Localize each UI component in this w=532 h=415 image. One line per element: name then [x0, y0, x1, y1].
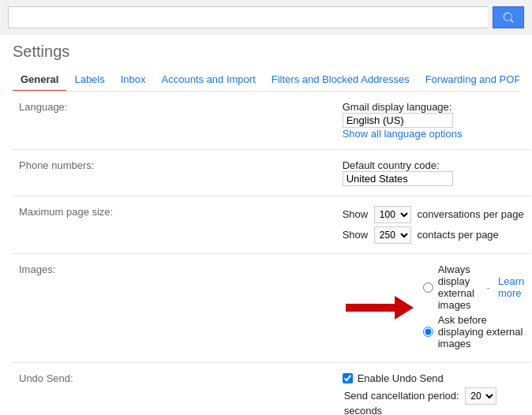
always-display-radio[interactable] — [423, 282, 433, 293]
always-display-option: Always display external images - Learn m… — [423, 264, 525, 311]
tab-accounts-import[interactable]: Accounts and Import — [154, 69, 264, 92]
images-label: Images: — [13, 254, 336, 363]
contacts-per-page-select[interactable]: 250 100 — [374, 226, 411, 244]
show-conv-label: Show — [343, 208, 369, 220]
tab-inbox[interactable]: Inbox — [113, 69, 154, 92]
tab-forwarding[interactable]: Forwarding and POP/I — [418, 69, 519, 92]
settings-tabs: General Labels Inbox Accounts and Import… — [13, 69, 519, 92]
conv-per-page-select[interactable]: 100 25 50 — [374, 206, 411, 223]
show-all-languages-link[interactable]: Show all language options — [343, 128, 463, 140]
undo-send-value: Enable Undo Send Send cancellation perio… — [336, 363, 531, 416]
gmail-display-label: Gmail display language: — [343, 101, 452, 113]
ask-before-display-radio[interactable] — [423, 327, 433, 337]
enable-undo-checkbox[interactable] — [343, 373, 353, 383]
settings-page: Settings General Labels Inbox Accounts a… — [0, 35, 532, 415]
show-contacts-label: Show — [343, 229, 369, 241]
always-display-label: Always display external images — [438, 264, 479, 311]
default-country-label: Default country code: — [343, 159, 440, 171]
cancellation-period: Send cancellation period: 20 5 10 30 sec… — [343, 387, 525, 415]
cancel-suffix: seconds — [344, 405, 382, 415]
images-options: Always display external images - Learn m… — [423, 264, 525, 353]
phone-row: Phone numbers: Default country code: — [13, 150, 530, 196]
page-title: Settings — [13, 43, 519, 61]
country-code-input[interactable] — [343, 171, 453, 186]
enable-undo-option: Enable Undo Send — [343, 372, 525, 384]
language-value: Gmail display language: Show all languag… — [336, 92, 531, 150]
cancel-period-select[interactable]: 20 5 10 30 — [465, 387, 496, 405]
language-row: Language: Gmail display language: Show a… — [13, 92, 530, 150]
phone-label: Phone numbers: — [13, 150, 336, 196]
svg-rect-0 — [346, 304, 395, 312]
search-input[interactable] — [8, 6, 488, 28]
images-value: Always display external images - Learn m… — [336, 254, 531, 363]
svg-marker-1 — [395, 296, 414, 320]
gmail-display-input[interactable] — [343, 113, 453, 128]
tab-filters[interactable]: Filters and Blocked Addresses — [264, 69, 418, 92]
red-arrow — [343, 288, 414, 328]
contacts-suffix: contacts per page — [417, 229, 498, 241]
cancel-label: Send cancellation period: — [344, 390, 459, 402]
language-label: Language: — [13, 92, 336, 150]
ask-before-display-label: Ask before displaying external images — [438, 314, 525, 350]
tab-labels[interactable]: Labels — [66, 69, 112, 92]
enable-undo-label: Enable Undo Send — [358, 372, 444, 384]
images-row: Images: Alwa — [13, 254, 530, 363]
page-size-value: Show 100 25 50 conversations per page Sh… — [336, 196, 531, 254]
phone-value: Default country code: — [336, 150, 531, 196]
images-learn-more-link[interactable]: Learn more — [498, 275, 524, 299]
search-button[interactable] — [493, 6, 524, 28]
ask-before-display-option: Ask before displaying external images — [423, 314, 525, 350]
undo-send-row: Undo Send: Enable Undo Send Send cancell… — [13, 363, 530, 416]
page-size-row: Maximum page size: Show 100 25 50 conver… — [13, 196, 530, 254]
tab-general[interactable]: General — [13, 69, 66, 92]
conv-suffix: conversations per page — [417, 208, 523, 220]
settings-table: Language: Gmail display language: Show a… — [13, 92, 530, 415]
undo-send-label: Undo Send: — [13, 363, 336, 416]
page-size-label: Maximum page size: — [13, 196, 336, 254]
search-bar — [0, 0, 532, 35]
